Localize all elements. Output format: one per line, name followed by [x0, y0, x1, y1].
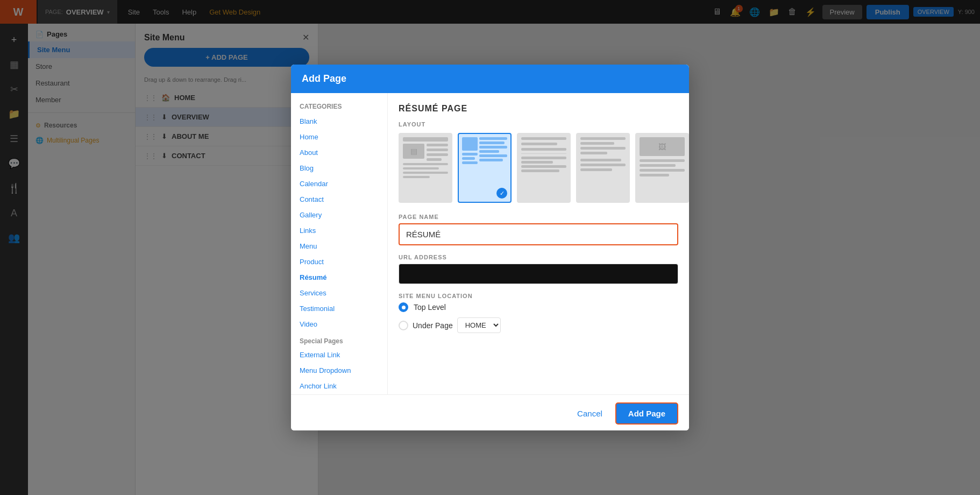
dialog-body: Categories Blank Home About Blog Calenda… — [291, 93, 689, 394]
url-address-group: URL ADDRESS — [399, 254, 678, 284]
top-level-radio[interactable] — [399, 302, 408, 312]
cat-video[interactable]: Video — [291, 316, 387, 332]
layout-4[interactable] — [576, 133, 630, 203]
cat-anchor-link[interactable]: Anchor Link — [291, 378, 387, 394]
cat-contact[interactable]: Contact — [291, 192, 387, 207]
cat-calendar[interactable]: Calendar — [291, 176, 387, 192]
under-page-select[interactable]: HOME — [457, 317, 501, 333]
page-name-input-wrapper — [399, 223, 678, 245]
cat-home[interactable]: Home — [291, 129, 387, 145]
special-pages-label: Special Pages — [291, 332, 387, 347]
page-name-group: PAGE NAME — [399, 214, 678, 245]
cat-product[interactable]: Product — [291, 254, 387, 270]
cat-menu[interactable]: Menu — [291, 238, 387, 254]
cat-testimonial[interactable]: Testimonial — [291, 301, 387, 316]
selected-check: ✓ — [496, 188, 507, 199]
cat-about[interactable]: About — [291, 145, 387, 160]
categories-label: Categories — [291, 100, 387, 114]
site-menu-location-label: SITE MENU LOCATION — [399, 293, 678, 299]
dialog-header: Add Page — [291, 65, 689, 93]
dialog-content: RÉSUMÉ PAGE LAYOUT ▤ — [388, 93, 689, 394]
cancel-button[interactable]: Cancel — [571, 406, 609, 421]
add-page-submit-button[interactable]: Add Page — [615, 402, 678, 425]
layout-2[interactable]: ✓ — [458, 133, 512, 203]
under-page-option[interactable]: Under Page HOME — [399, 317, 678, 333]
cat-services[interactable]: Services — [291, 285, 387, 301]
page-type-title: RÉSUMÉ PAGE — [399, 104, 678, 114]
top-level-option[interactable]: Top Level — [399, 302, 678, 312]
dialog-title: Add Page — [302, 73, 346, 84]
layout-3[interactable] — [517, 133, 571, 203]
cat-blog[interactable]: Blog — [291, 160, 387, 176]
cat-blank[interactable]: Blank — [291, 114, 387, 129]
radio-group: Top Level Under Page HOME — [399, 302, 678, 333]
cat-gallery[interactable]: Gallery — [291, 207, 387, 223]
cat-links[interactable]: Links — [291, 223, 387, 238]
under-page-label: Under Page — [413, 321, 453, 330]
site-menu-location-group: SITE MENU LOCATION Top Level Under Page … — [399, 293, 678, 333]
layout-label: LAYOUT — [399, 121, 678, 128]
page-name-input[interactable] — [400, 224, 677, 244]
top-level-label: Top Level — [414, 303, 446, 312]
cat-menu-dropdown[interactable]: Menu Dropdown — [291, 363, 387, 378]
add-page-dialog: Add Page Categories Blank Home About Blo… — [291, 65, 689, 430]
page-name-label: PAGE NAME — [399, 214, 678, 220]
cat-resume[interactable]: Résumé — [291, 270, 387, 285]
dialog-sidebar: Categories Blank Home About Blog Calenda… — [291, 93, 388, 394]
dialog-footer: Cancel Add Page — [291, 394, 689, 430]
layout-5[interactable]: 🖼 — [635, 133, 689, 203]
layout-1[interactable]: ▤ — [399, 133, 452, 203]
layout-row: ▤ — [399, 133, 678, 203]
url-label: URL ADDRESS — [399, 254, 678, 260]
cat-external-link[interactable]: External Link — [291, 347, 387, 363]
under-page-radio[interactable] — [399, 321, 408, 330]
url-input-masked — [399, 264, 678, 284]
